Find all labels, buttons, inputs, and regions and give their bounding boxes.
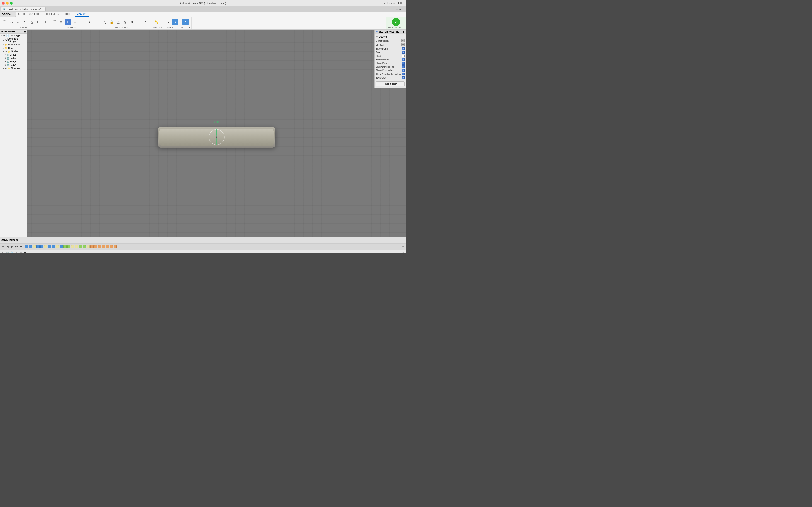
timeline-item[interactable] xyxy=(40,245,44,248)
timeline-item[interactable] xyxy=(110,245,113,248)
timeline-play[interactable]: ▶ xyxy=(10,245,14,248)
timeline-item[interactable] xyxy=(75,245,78,248)
tab-close-button[interactable]: ✕ xyxy=(42,8,44,10)
root-settings-icon[interactable]: ⋯ xyxy=(24,35,26,37)
status-percent-icon[interactable]: % xyxy=(16,252,18,253)
timeline-item[interactable] xyxy=(87,245,90,248)
body4-eye[interactable]: 👁 xyxy=(5,64,7,66)
timeline-item[interactable] xyxy=(48,245,51,248)
design-dropdown[interactable]: DESIGN ▼ xyxy=(0,12,16,17)
inspect-tool[interactable]: 📏 xyxy=(154,19,160,25)
timeline-item[interactable] xyxy=(67,245,70,248)
parallel-tool[interactable]: ▭ xyxy=(136,19,142,25)
new-tab-button[interactable]: + xyxy=(396,7,398,11)
status-display-icon[interactable]: 🖥 xyxy=(24,251,27,254)
rect-tool[interactable]: ▭ xyxy=(8,19,14,25)
break-tool[interactable]: ⋯ xyxy=(79,19,85,25)
spline-tool[interactable]: 〜 xyxy=(22,19,28,25)
expand-icon[interactable]: ⛶ xyxy=(402,7,405,11)
lock-tool[interactable]: 🔒 xyxy=(108,19,115,25)
slice-checkbox[interactable] xyxy=(402,55,405,57)
tab-sheet-metal[interactable]: SHEET METAL xyxy=(42,12,62,16)
tab-tools[interactable]: TOOLS xyxy=(62,12,75,16)
timeline-item[interactable] xyxy=(113,245,117,248)
select-label[interactable]: SELECT ▾ xyxy=(181,26,190,29)
browser-item-origin[interactable]: ▶ 📁 Origin xyxy=(0,46,27,50)
arc-tool[interactable]: ⊃ xyxy=(58,19,64,25)
timeline-back[interactable]: ◀ xyxy=(6,245,9,248)
insert-image-tool[interactable]: 🖼 xyxy=(165,19,171,25)
insert-dxf-tool[interactable]: S xyxy=(171,19,178,25)
browser-item-body2[interactable]: 👁 B Body2 xyxy=(0,57,27,60)
timeline-item[interactable] xyxy=(106,245,109,248)
insert-label[interactable]: INSERT ▾ xyxy=(167,26,176,29)
select-tool[interactable]: ↖ xyxy=(183,19,189,25)
sym-tool[interactable]: ↗ xyxy=(142,19,149,25)
timeline-item[interactable] xyxy=(44,245,47,248)
show-points-checkbox[interactable] xyxy=(402,62,405,64)
triangle-tool[interactable]: △ xyxy=(115,19,121,25)
timeline-item[interactable] xyxy=(90,245,94,248)
cloud-icon[interactable]: ☁ xyxy=(399,7,401,11)
timeline-item[interactable] xyxy=(79,245,82,248)
timeline-item[interactable] xyxy=(83,245,86,248)
status-grid-icon[interactable]: ⊞ xyxy=(1,251,4,254)
finish-sketch-icon[interactable]: ✓ xyxy=(392,18,400,26)
polygon-tool[interactable]: △ xyxy=(29,19,35,25)
timeline-settings-icon[interactable]: ⚙ xyxy=(401,245,405,248)
modify-label[interactable]: MODIFY ▾ xyxy=(67,26,77,29)
hline-tool[interactable]: ⊢ xyxy=(35,19,42,25)
root-eye-icon[interactable]: 👁 xyxy=(3,35,5,37)
palette-options-label[interactable]: ▼ Options xyxy=(376,35,405,39)
browser-expand-button[interactable]: ⊞ xyxy=(24,30,26,33)
sketches-eye[interactable]: 👁 xyxy=(5,67,7,70)
status-zoom-icon[interactable]: 🔍 xyxy=(11,251,14,254)
fillet-tool[interactable]: ⌒ xyxy=(51,19,58,25)
timeline-item[interactable] xyxy=(63,245,67,248)
active-tab[interactable]: 🔩 Tripod Hyperboloid with screw v5* ✕ xyxy=(1,7,46,11)
timeline-item[interactable] xyxy=(52,245,55,248)
timeline-end[interactable]: ⏭ xyxy=(19,245,23,248)
browser-item-bodies[interactable]: ▼ 👁 📁 Bodies xyxy=(0,50,27,53)
offset-tool[interactable]: ⇥ xyxy=(86,19,92,25)
close-button[interactable] xyxy=(2,2,5,5)
construction-btn[interactable]: ⬡ xyxy=(401,39,405,42)
show-projected-checkbox[interactable] xyxy=(402,73,405,75)
concentric-tool[interactable]: ◎ xyxy=(122,19,128,25)
maximize-button[interactable] xyxy=(10,2,13,5)
show-dimensions-checkbox[interactable] xyxy=(402,65,405,68)
settings-icon[interactable]: ⚙ xyxy=(383,2,386,5)
timeline-item[interactable] xyxy=(102,245,105,248)
tangent-tool[interactable]: ✕ xyxy=(129,19,135,25)
line-tool[interactable]: ⌒ xyxy=(1,19,8,25)
timeline-back-start[interactable]: ⏮ xyxy=(1,245,5,248)
create-label[interactable]: CREATE ▾ xyxy=(20,26,30,29)
bodies-eye-icon[interactable]: 👁 xyxy=(5,51,7,53)
timeline-item[interactable] xyxy=(94,245,97,248)
inspect-label[interactable]: INSPECT ▾ xyxy=(152,26,162,29)
tab-surface[interactable]: SURFACE xyxy=(27,12,42,16)
palette-expand-button[interactable]: ▶ xyxy=(403,31,405,33)
browser-item-body3[interactable]: 👁 B Body3 xyxy=(0,60,27,63)
show-profile-checkbox[interactable] xyxy=(402,58,405,61)
circle-tool[interactable]: ○ xyxy=(15,19,21,25)
browser-collapse-arrow[interactable]: ◀ xyxy=(1,31,3,33)
show-constraints-checkbox[interactable] xyxy=(402,69,405,72)
coincident-tool[interactable]: — xyxy=(95,19,101,25)
tab-sketch[interactable]: SKETCH xyxy=(75,12,89,16)
comments-expand-icon[interactable]: ⊞ xyxy=(16,239,18,241)
minimize-button[interactable] xyxy=(6,2,9,5)
finish-sketch-label[interactable]: FINISH SKETCH ▾ xyxy=(388,26,404,29)
body3-eye[interactable]: 👁 xyxy=(5,61,7,63)
timeline-item[interactable] xyxy=(60,245,63,248)
timeline-item[interactable] xyxy=(33,245,36,248)
body2-eye[interactable]: 👁 xyxy=(5,57,7,60)
timeline-item[interactable] xyxy=(98,245,101,248)
status-settings-icon[interactable]: ⚙ xyxy=(402,251,405,254)
extend-tool[interactable]: ↔ xyxy=(72,19,78,25)
status-layers-icon[interactable]: ⊟ xyxy=(20,251,22,254)
finish-sketch-button[interactable]: Finish Sketch xyxy=(376,81,405,86)
body1-eye[interactable]: 👁 xyxy=(5,54,7,56)
browser-item-root[interactable]: ▼ 👁 📄 Tripod Hyperboloid with s... ⋯ xyxy=(0,34,27,37)
status-camera-icon[interactable]: 📷 xyxy=(5,251,9,254)
